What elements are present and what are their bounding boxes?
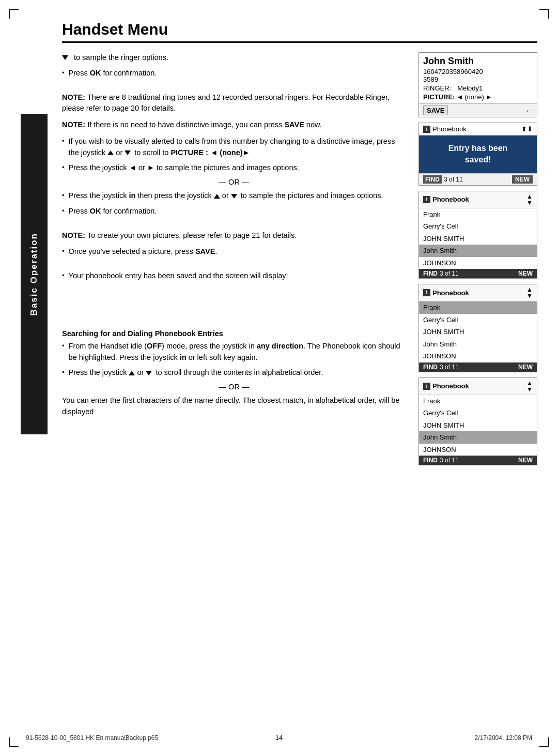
phonebook-icon-2: i bbox=[423, 196, 430, 203]
john-smith-panel: John Smith 16047203589604203589 RINGER: … bbox=[419, 52, 537, 117]
john-smith-ringer: RINGER: Melody1 bbox=[423, 84, 533, 92]
ph-header-text-2: Phonebook bbox=[432, 289, 469, 297]
save-button[interactable]: SAVE bbox=[423, 105, 448, 115]
picture-row: PICTURE: ◄ (none) ► bbox=[423, 93, 533, 101]
ph-entry-johnsmith-2: John Smith bbox=[419, 338, 537, 351]
ph-entry-johnsmith-upper-2: JOHN SMITH bbox=[419, 326, 537, 338]
bullet-dot-5: • bbox=[62, 206, 65, 216]
left-column: to sample the ringer options. • Press OK… bbox=[62, 52, 406, 471]
bullet-picture-scroll: • If you wish to be visually alerted to … bbox=[62, 136, 406, 159]
bullet-search-text-2: Press the joystick or to scroll through … bbox=[69, 367, 323, 379]
bullet-picture-text: If you wish to be visually alerted to ca… bbox=[69, 136, 406, 159]
ph-entry-gerry-2: Gerry's Cell bbox=[419, 314, 537, 326]
new-label-3: NEW bbox=[518, 364, 533, 371]
up-triangle-icon-2 bbox=[214, 194, 220, 199]
phonebook-icon-1: i bbox=[423, 126, 430, 133]
find-label-4: FIND bbox=[423, 457, 438, 464]
bullet-search-text-1: From the Handset idle (OFF) mode, press … bbox=[69, 341, 406, 364]
main-content: Handset Menu to sample the ringer option… bbox=[62, 0, 537, 471]
bullet-joystick-in: • Press the joystick in then press the j… bbox=[62, 190, 406, 202]
bullet-search-2: • Press the joystick or to scroll throug… bbox=[62, 367, 406, 379]
back-arrow-icon: ← bbox=[525, 107, 533, 115]
bullet-save-text: Once you've selected a picture, press SA… bbox=[69, 246, 218, 258]
sidebar-label: Basic Operation bbox=[29, 233, 39, 315]
bullet-joystick-text: Press the joystick in then press the joy… bbox=[69, 190, 383, 202]
ph-entry-johnsmith-1: John Smith bbox=[419, 245, 537, 257]
ph-header-1: i Phonebook ▲ ▼ bbox=[419, 191, 537, 208]
new-label-1: NEW bbox=[512, 175, 533, 184]
bullet-ok-text-2: Press OK for confirmation. bbox=[69, 206, 157, 217]
or-line-2: — OR — bbox=[62, 383, 406, 391]
ph-header-3: i Phonebook ▲ ▼ bbox=[419, 378, 537, 395]
sort-arrows-2: ▲ ▼ bbox=[526, 193, 533, 206]
picture-value: (none) bbox=[464, 93, 484, 101]
search-heading: Searching for and Dialing Phonebook Entr… bbox=[62, 329, 406, 338]
page-number: 14 bbox=[275, 734, 283, 742]
ph-entry-johnsmith-upper-3: JOHN SMITH bbox=[419, 419, 537, 432]
count-2: 3 of 11 bbox=[440, 270, 459, 277]
ph-entry-johnson-3: JOHNSON bbox=[419, 444, 537, 456]
sort-arrows-3: ▲ ▼ bbox=[526, 286, 533, 299]
ph-entry-gerry-1: Gerry's Cell bbox=[419, 220, 537, 233]
john-smith-header: John Smith 16047203589604203589 RINGER: … bbox=[419, 53, 537, 103]
john-smith-number: 16047203589604203589 bbox=[423, 68, 533, 83]
bullet-dot-9: • bbox=[62, 367, 65, 377]
sort-down-icon: ▼ bbox=[526, 200, 533, 206]
ph-entry-frank-2: Frank bbox=[419, 301, 537, 314]
sort-arrows-1: ⬆⬇ bbox=[521, 125, 533, 133]
ph-entry-frank-1: Frank bbox=[419, 208, 537, 221]
right-column: John Smith 16047203589604203589 RINGER: … bbox=[419, 52, 537, 471]
bullet-ok-confirm-2: • Press OK for confirmation. bbox=[62, 206, 406, 217]
ph-entry-gerry-3: Gerry's Cell bbox=[419, 407, 537, 419]
bullet-down-text: to sample the ringer options. bbox=[74, 52, 168, 64]
bullet-dot-4: • bbox=[62, 190, 65, 201]
phonebook-panel-3: i Phonebook ▲ ▼ Frank Gerry's Cell JOHN … bbox=[419, 377, 537, 466]
find-label-2: FIND bbox=[423, 270, 438, 277]
saved-footer: FIND 3 of 11 NEW bbox=[419, 173, 537, 185]
picture-label: PICTURE: bbox=[423, 93, 455, 101]
bullet-dot-8: • bbox=[62, 341, 65, 351]
ph-entry-johnson-2: JOHNSON bbox=[419, 350, 537, 362]
ph-entries-1: Frank Gerry's Cell JOHN SMITH John Smith… bbox=[419, 208, 537, 269]
bullet-down-arrow: to sample the ringer options. bbox=[62, 52, 406, 64]
down-triangle-icon bbox=[62, 52, 70, 63]
bullet-dot-1: • bbox=[62, 68, 65, 78]
note-3: NOTE: To create your own pictures, pleas… bbox=[62, 230, 406, 241]
footer-left: 91-5628-10-00_5801 HK En manualBackup.p6… bbox=[26, 734, 158, 742]
picture-left-arrow: ◄ bbox=[456, 93, 463, 101]
bullet-sample-pictures: • Press the joystick ◄ or ► to sample th… bbox=[62, 162, 406, 174]
up-triangle-icon-3 bbox=[129, 371, 135, 375]
title-rule bbox=[62, 41, 537, 43]
corner-mark-tr bbox=[539, 9, 549, 19]
new-label-4: NEW bbox=[518, 457, 533, 464]
page-title: Handset Menu bbox=[62, 21, 537, 38]
sidebar: Basic Operation bbox=[21, 114, 48, 434]
ph-footer-3: FIND 3 of 11 NEW bbox=[419, 456, 537, 465]
ph-header-2: i Phonebook ▲ ▼ bbox=[419, 284, 537, 301]
sort-down-icon-3: ▼ bbox=[526, 386, 533, 392]
count-1: 3 of 11 bbox=[444, 176, 463, 183]
entry-saved-panel: i Phonebook ⬆⬇ Entry has been saved! FIN… bbox=[419, 123, 537, 186]
note-2: NOTE: If there is no need to have distin… bbox=[62, 119, 406, 131]
bullet-sample-text: Press the joystick ◄ or ► to sample the … bbox=[69, 162, 299, 174]
saved-line2: saved! bbox=[465, 155, 491, 164]
up-triangle-icon bbox=[107, 150, 114, 155]
ph-entries-2: Frank Gerry's Cell JOHN SMITH John Smith… bbox=[419, 301, 537, 362]
sort-arrows-4: ▲ ▼ bbox=[526, 380, 533, 392]
bullet-ok-confirm: • Press OK for confirmation. bbox=[62, 68, 406, 79]
saved-message: Entry has been saved! bbox=[419, 135, 537, 173]
phonebook-icon-4: i bbox=[423, 383, 430, 390]
ringer-value: Melody1 bbox=[457, 84, 483, 92]
bullet-dot-2: • bbox=[62, 136, 65, 146]
ph-entries-3: Frank Gerry's Cell JOHN SMITH John Smith… bbox=[419, 395, 537, 456]
ph-footer-2: FIND 3 of 11 NEW bbox=[419, 362, 537, 372]
down-triangle-icon-2 bbox=[125, 150, 131, 155]
ph-entry-johnson-1: JOHNSON bbox=[419, 257, 537, 269]
john-smith-name: John Smith bbox=[423, 56, 533, 67]
content-area: to sample the ringer options. • Press OK… bbox=[62, 52, 537, 471]
saved-header-text: Phonebook bbox=[432, 125, 467, 133]
bullet-phonebook-text: Your phonebook entry has been saved and … bbox=[69, 270, 288, 282]
bullet-ok-text: Press OK for confirmation. bbox=[69, 68, 157, 79]
ph-entry-frank-3: Frank bbox=[419, 395, 537, 407]
ph-entry-johnsmith-upper-1: JOHN SMITH bbox=[419, 233, 537, 245]
